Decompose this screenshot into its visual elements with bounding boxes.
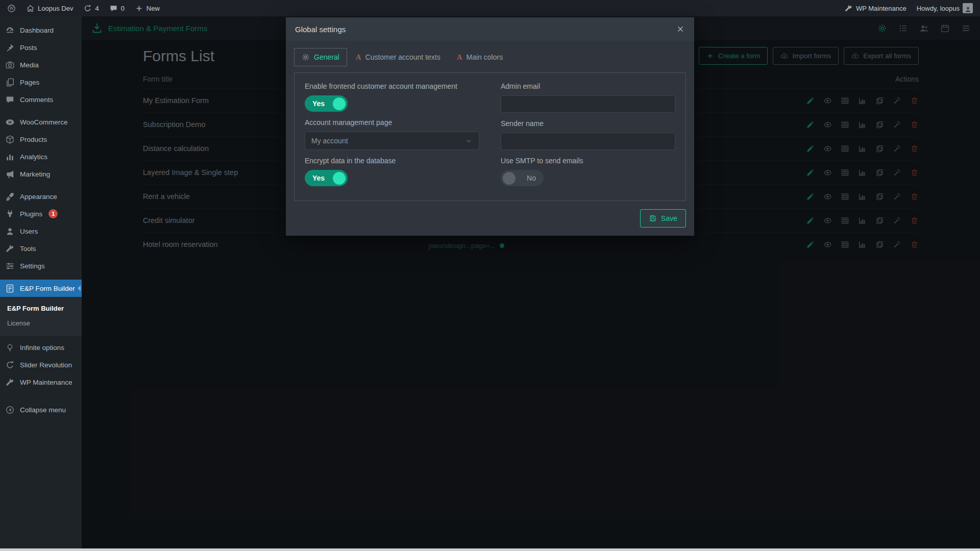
close-modal-button[interactable] — [676, 24, 685, 34]
tab-customer-account-texts[interactable]: ACustomer account texts — [348, 48, 448, 66]
close-icon — [676, 24, 685, 34]
account-page-select[interactable]: My account — [305, 132, 479, 150]
comment-icon — [109, 4, 118, 13]
collapse-icon — [5, 405, 15, 415]
sidebar-item-appearance[interactable]: Appearance — [0, 188, 82, 205]
camera-icon — [5, 60, 15, 70]
comment-bubble-icon — [5, 95, 15, 105]
sidebar-item-media[interactable]: Media — [0, 56, 82, 73]
wordpress-logo-menu[interactable] — [7, 4, 16, 13]
maintenance-icon — [5, 378, 15, 387]
encrypt-data-label: Encrypt data in the database — [305, 157, 479, 165]
comments-menu[interactable]: 0 — [109, 4, 125, 13]
submenu-item-ep-form-builder[interactable]: E&P Form Builder — [0, 301, 82, 316]
sidebar-item-products[interactable]: Products — [0, 131, 82, 148]
updates-menu[interactable]: 4 — [83, 4, 99, 13]
text-icon: A — [356, 54, 361, 61]
text-icon: A — [457, 54, 462, 61]
dashboard-icon — [5, 26, 15, 35]
new-label: New — [146, 5, 160, 12]
toggle-knob — [333, 97, 346, 110]
modal-title: Global settings — [295, 25, 346, 34]
sidebar-item-woocommerce[interactable]: WooCommerce — [0, 113, 82, 131]
enable-account-label: Enable frontend customer account managem… — [305, 82, 479, 90]
gear-icon — [302, 53, 310, 61]
modal-tabs: General ACustomer account texts AMain co… — [286, 41, 694, 66]
sidebar-item-infinite-options[interactable]: Infinite options — [0, 339, 82, 356]
sidebar-item-comments[interactable]: Comments — [0, 91, 82, 108]
brush-icon — [5, 192, 15, 202]
menu-separator — [0, 183, 82, 188]
plus-icon — [135, 4, 143, 13]
save-button[interactable]: Save — [640, 209, 686, 228]
sidebar-item-pages[interactable]: Pages — [0, 73, 82, 91]
user-icon — [964, 6, 972, 13]
save-icon — [649, 214, 657, 222]
sender-name-label: Sender name — [501, 119, 675, 128]
lightbulb-icon — [5, 343, 15, 353]
admin-email-label: Admin email — [501, 82, 675, 90]
site-name: Loopus Dev — [38, 5, 73, 12]
sidebar-item-dashboard[interactable]: Dashboard — [0, 21, 82, 39]
user-icon — [5, 227, 15, 236]
refresh-icon — [5, 360, 15, 370]
sidebar-item-analytics[interactable]: Analytics — [0, 148, 82, 165]
pages-icon — [5, 78, 15, 87]
smtp-label: Use SMTP to send emails — [501, 157, 675, 165]
collapse-menu-button[interactable]: Collapse menu — [0, 401, 82, 418]
updates-count: 4 — [95, 5, 99, 12]
new-content-menu[interactable]: New — [135, 4, 160, 13]
user-avatar — [963, 3, 973, 13]
sidebar-item-ep-form-builder[interactable]: E&P Form Builder — [0, 280, 82, 297]
wordpress-icon — [7, 4, 16, 13]
woocommerce-icon — [5, 117, 15, 127]
plugins-update-badge: 1 — [48, 209, 58, 218]
sidebar-item-posts[interactable]: Posts — [0, 39, 82, 56]
smtp-toggle[interactable]: No — [501, 170, 544, 186]
megaphone-icon — [5, 169, 15, 179]
sidebar-item-tools[interactable]: Tools — [0, 240, 82, 257]
sidebar-item-wp-maintenance[interactable]: WP Maintenance — [0, 373, 82, 391]
sender-name-input[interactable] — [501, 133, 675, 150]
screen-bottom-edge — [0, 548, 980, 551]
plug-icon — [5, 209, 15, 219]
howdy-account-menu[interactable]: Howdy, loopus — [917, 3, 973, 13]
global-settings-modal: Global settings General ACustomer accoun… — [286, 17, 694, 236]
chevron-down-icon — [465, 137, 473, 145]
pin-icon — [5, 43, 15, 53]
enable-account-toggle[interactable]: Yes — [305, 95, 348, 112]
tab-main-colors[interactable]: AMain colors — [449, 48, 510, 66]
submenu-item-license[interactable]: License — [0, 316, 82, 331]
admin-email-input[interactable] — [501, 95, 675, 113]
sliders-icon — [5, 261, 15, 271]
account-page-label: Account management page — [305, 118, 479, 127]
sidebar-item-settings[interactable]: Settings — [0, 257, 82, 274]
ep-form-builder-submenu: E&P Form Builder License — [0, 297, 82, 336]
form-icon — [5, 284, 15, 293]
wrench-icon — [5, 244, 15, 254]
menu-separator — [0, 108, 82, 113]
sidebar-item-marketing[interactable]: Marketing — [0, 165, 82, 183]
update-icon — [83, 4, 92, 13]
encrypt-data-toggle[interactable]: Yes — [305, 170, 348, 186]
home-icon — [26, 4, 35, 13]
wrench-icon — [844, 4, 853, 13]
wp-maintenance-menu[interactable]: WP Maintenance — [844, 4, 906, 13]
modal-header: Global settings — [286, 17, 694, 41]
general-settings-panel: Enable frontend customer account managem… — [294, 72, 686, 201]
tab-general[interactable]: General — [294, 48, 347, 66]
howdy-label: Howdy, loopus — [917, 5, 960, 12]
sidebar-item-plugins[interactable]: Plugins1 — [0, 205, 82, 222]
site-name-menu[interactable]: Loopus Dev — [26, 4, 73, 13]
menu-separator — [0, 274, 82, 280]
bar-chart-icon — [5, 152, 15, 162]
box-icon — [5, 135, 15, 144]
sidebar-item-users[interactable]: Users — [0, 222, 82, 240]
modal-footer: Save — [286, 209, 694, 236]
admin-bar: Loopus Dev 4 0 New WP Maintenance Howdy,… — [0, 0, 980, 16]
admin-sidebar: Dashboard Posts Media Pages Comments Woo… — [0, 16, 82, 551]
toggle-knob — [333, 172, 346, 185]
comments-count: 0 — [121, 5, 125, 12]
sidebar-item-slider-revolution[interactable]: Slider Revolution — [0, 356, 82, 373]
toggle-knob — [503, 172, 516, 185]
